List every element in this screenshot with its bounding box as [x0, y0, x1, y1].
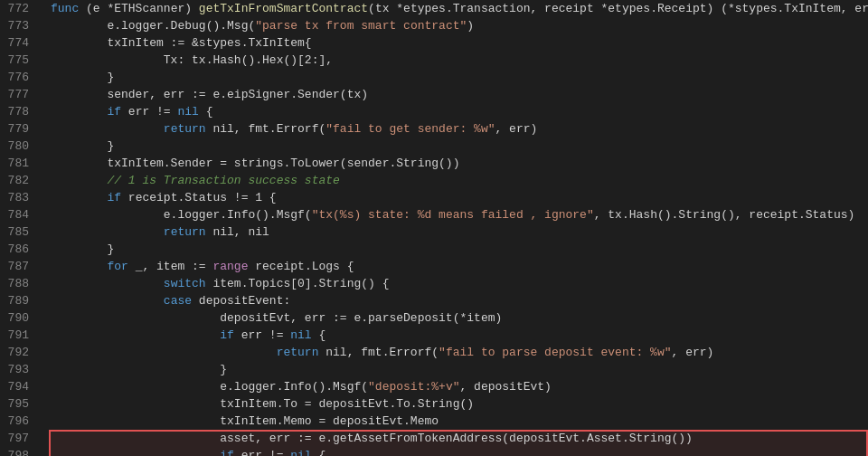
- code-token: [51, 225, 164, 239]
- code-token: , tx.Hash().String(), receipt.Status): [594, 208, 855, 222]
- code-token: err !=: [121, 105, 177, 119]
- code-token: {: [199, 105, 213, 119]
- code-token: receipt.Logs {: [248, 260, 354, 273]
- code-line: case depositEvent:: [51, 292, 868, 309]
- line-number: 791: [0, 327, 36, 344]
- code-line: for _, item := range receipt.Logs {: [51, 258, 868, 275]
- line-number: 789: [0, 292, 36, 309]
- code-token: (tx *etypes.Transaction, receipt *etypes…: [368, 2, 868, 15]
- line-number: 795: [0, 395, 36, 413]
- code-token: , err): [495, 122, 538, 136]
- code-token: [51, 191, 107, 204]
- code-token: nil: [177, 105, 198, 119]
- line-number: 785: [0, 223, 36, 241]
- code-line: }: [51, 138, 868, 155]
- code-token: [51, 122, 164, 136]
- code-token: (e *ETHScanner): [86, 2, 199, 15]
- code-line: return nil, fmt.Errorf("fail to parse de…: [51, 344, 868, 361]
- code-token: {: [312, 449, 326, 456]
- line-number: 792: [0, 344, 36, 361]
- code-token: , err): [672, 346, 714, 359]
- line-number: 783: [0, 189, 36, 206]
- code-line: }: [51, 241, 868, 258]
- line-number: 779: [0, 120, 36, 138]
- code-token: asset, err := e.getAssetFromTokenAddress…: [51, 432, 693, 445]
- line-number: 794: [0, 378, 36, 395]
- code-token: return: [164, 225, 206, 239]
- code-token: nil: [290, 449, 311, 456]
- code-token: }: [51, 242, 114, 256]
- line-number: 777: [0, 86, 36, 103]
- code-token: receipt.Status != 1 {: [121, 191, 277, 204]
- line-number: 796: [0, 413, 36, 430]
- code-token: }: [51, 363, 227, 376]
- line-number: 784: [0, 206, 36, 223]
- code-line: txInItem.To = depositEvt.To.String(): [51, 395, 868, 413]
- code-token: range: [212, 260, 248, 273]
- code-token: , depositEvt): [459, 380, 551, 394]
- code-token: depositEvt, err := e.parseDeposit(*item): [51, 311, 502, 325]
- code-token: e.logger.Info().Msgf(: [51, 380, 368, 394]
- code-token: if: [107, 191, 121, 204]
- code-token: [51, 277, 164, 290]
- code-token: for: [107, 260, 127, 273]
- code-token: txInItem := &stypes.TxInItem{: [51, 36, 312, 50]
- code-token: [51, 260, 107, 273]
- code-token: }: [51, 139, 114, 153]
- line-number: 780: [0, 138, 36, 155]
- code-token: "deposit:%+v": [368, 380, 459, 394]
- code-token: [51, 105, 107, 119]
- code-line: txInItem.Memo = depositEvt.Memo: [51, 413, 868, 430]
- code-token: [51, 449, 220, 456]
- code-token: case: [164, 294, 192, 308]
- code-token: return: [277, 346, 319, 359]
- code-line: e.logger.Info().Msgf("deposit:%+v", depo…: [51, 378, 868, 395]
- line-number: 788: [0, 275, 36, 292]
- code-line: sender, err := e.eipSigner.Sender(tx): [51, 86, 868, 103]
- line-number: 775: [0, 52, 36, 69]
- line-number: 793: [0, 361, 36, 378]
- code-token: [51, 346, 277, 359]
- line-number: 782: [0, 172, 36, 189]
- code-token: _, item :=: [128, 260, 213, 273]
- code-line: switch item.Topics[0].String() {: [51, 275, 868, 292]
- code-line: return nil, fmt.Errorf("fail to get send…: [51, 120, 868, 138]
- code-line: }: [51, 69, 868, 86]
- code-line: if receipt.Status != 1 {: [51, 189, 868, 206]
- line-number: 797: [0, 430, 36, 447]
- code-token: txInItem.Memo = depositEvt.Memo: [51, 414, 439, 428]
- code-token: e.logger.Debug().Msg(: [51, 19, 255, 33]
- code-token: "parse tx from smart contract": [255, 19, 467, 33]
- code-line: e.logger.Debug().Msg("parse tx from smar…: [51, 17, 868, 34]
- code-editor: 7727737747757767777787797807817827837847…: [0, 0, 868, 456]
- code-token: err !=: [234, 449, 290, 456]
- code-line: if err != nil {: [51, 327, 868, 344]
- code-token: "tx(%s) state: %d means failed , ignore": [312, 208, 594, 222]
- code-line: if err != nil {: [51, 103, 868, 120]
- code-token: [51, 328, 220, 342]
- code-token: txInItem.To = depositEvt.To.String(): [51, 397, 474, 411]
- code-content: func (e *ETHScanner) getTxInFromSmartCon…: [43, 0, 868, 456]
- code-line: func (e *ETHScanner) getTxInFromSmartCon…: [51, 0, 868, 17]
- line-number: 781: [0, 155, 36, 172]
- code-token: nil: [290, 328, 311, 342]
- line-number: 786: [0, 241, 36, 258]
- code-line: }: [51, 361, 868, 378]
- code-token: nil, fmt.Errorf(: [318, 346, 439, 359]
- code-token: nil, nil: [206, 225, 269, 239]
- code-token: nil, fmt.Errorf(: [206, 122, 326, 136]
- line-numbers: 7727737747757767777787797807817827837847…: [0, 0, 43, 456]
- code-token: func: [51, 2, 86, 15]
- code-line: // 1 is Transaction success state: [51, 172, 868, 189]
- code-token: "fail to parse deposit event: %w": [439, 346, 671, 359]
- code-token: [51, 294, 164, 308]
- code-token: // 1 is Transaction success state: [51, 174, 340, 187]
- line-number: 798: [0, 447, 36, 456]
- code-line: asset, err := e.getAssetFromTokenAddress…: [51, 430, 868, 447]
- code-line: depositEvt, err := e.parseDeposit(*item): [51, 309, 868, 327]
- code-token: ): [467, 19, 474, 33]
- code-line: e.logger.Info().Msgf("tx(%s) state: %d m…: [51, 206, 868, 223]
- code-token: getTxInFromSmartContract: [199, 2, 368, 15]
- code-line: txInItem.Sender = strings.ToLower(sender…: [51, 155, 868, 172]
- code-token: txInItem.Sender = strings.ToLower(sender…: [51, 157, 459, 170]
